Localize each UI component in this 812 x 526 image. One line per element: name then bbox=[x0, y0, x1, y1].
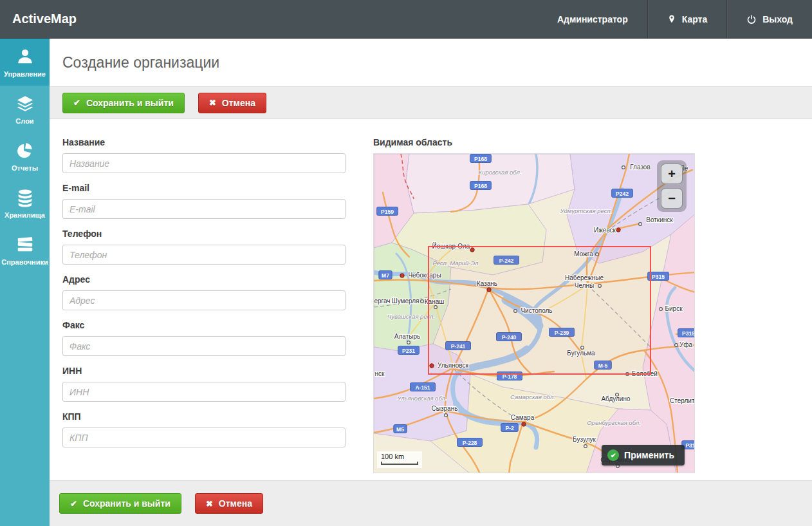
svg-text:Удмуртская респ.: Удмуртская респ. bbox=[560, 207, 613, 214]
check-icon: ✔ bbox=[70, 499, 77, 509]
field-input-phone[interactable] bbox=[62, 245, 346, 265]
svg-text:Р159: Р159 bbox=[381, 209, 394, 215]
svg-text:Р-2: Р-2 bbox=[505, 425, 514, 431]
scale-bar bbox=[381, 462, 418, 465]
svg-text:Ижевск: Ижевск bbox=[594, 227, 616, 234]
power-icon bbox=[746, 14, 757, 24]
header-map-link[interactable]: Карта bbox=[647, 0, 727, 38]
scale-label: 100 km bbox=[381, 453, 418, 461]
svg-text:Самарская обл.: Самарская обл. bbox=[510, 393, 555, 400]
svg-text:Р-228: Р-228 bbox=[463, 440, 477, 446]
apply-button[interactable]: ✔ Применить bbox=[602, 445, 685, 465]
sidebar: УправлениеСлоиОтчетыХранилищаСправочники bbox=[0, 39, 50, 526]
header-user[interactable]: Администратор bbox=[538, 0, 647, 38]
svg-text:Р231: Р231 bbox=[402, 348, 415, 354]
svg-text:Глазов: Глазов bbox=[630, 164, 650, 171]
close-icon: ✖ bbox=[206, 499, 213, 509]
svg-text:Шумерля: Шумерля bbox=[392, 297, 420, 305]
map-image: Р168Р168Р242Р159Р-242М7Р315Р-240Р-239Р31… bbox=[374, 154, 695, 473]
svg-text:Р315: Р315 bbox=[682, 330, 695, 337]
svg-text:М7: М7 bbox=[382, 272, 389, 279]
svg-text:Абдулино: Абдулино bbox=[601, 395, 631, 402]
sidebar-item-books[interactable]: Справочники bbox=[0, 227, 50, 274]
svg-text:Стерлита: Стерлита bbox=[670, 397, 695, 404]
header-logout[interactable]: Выход bbox=[726, 0, 812, 38]
svg-text:Сызрань: Сызрань bbox=[432, 405, 458, 412]
save-button-top[interactable]: ✔ Сохранить и выйти bbox=[62, 93, 185, 113]
zoom-control: + − bbox=[657, 160, 687, 212]
sidebar-item-layers[interactable]: Слои bbox=[0, 86, 50, 133]
main-area: Создание организации ✔ Сохранить и выйти… bbox=[50, 39, 812, 526]
header-map-label: Карта bbox=[682, 14, 708, 24]
form-field-kpp: КПП bbox=[62, 411, 346, 447]
field-label-kpp: КПП bbox=[62, 411, 346, 422]
header-user-label: Администратор bbox=[557, 14, 628, 24]
sidebar-item-label: Хранилища bbox=[5, 211, 45, 219]
svg-text:Кировская обл.: Кировская обл. bbox=[479, 169, 522, 176]
map-pin-icon bbox=[667, 14, 676, 24]
svg-text:нск: нск bbox=[375, 370, 385, 377]
form-field-name: Название bbox=[62, 137, 346, 173]
visible-area-rectangle[interactable] bbox=[429, 247, 651, 374]
field-input-fax[interactable] bbox=[62, 336, 346, 356]
svg-text:Ульяновская обл.: Ульяновская обл. bbox=[396, 395, 447, 402]
svg-text:Р168: Р168 bbox=[474, 156, 487, 162]
field-input-address[interactable] bbox=[62, 290, 346, 310]
svg-text:Р315: Р315 bbox=[652, 274, 665, 280]
field-input-name[interactable] bbox=[62, 153, 346, 173]
cancel-button-label: Отмена bbox=[219, 498, 252, 509]
header-right: Администратор Карта Выход bbox=[538, 0, 812, 38]
field-input-kpp[interactable] bbox=[62, 427, 346, 447]
org-form: НазваниеE-mailТелефонАдресФаксИННКПП bbox=[62, 137, 346, 457]
app-logo: ActiveMap bbox=[0, 12, 77, 26]
form-field-fax: Факс bbox=[62, 320, 346, 356]
layers-icon bbox=[15, 94, 35, 113]
field-label-phone: Телефон bbox=[62, 229, 346, 239]
field-label-inn: ИНН bbox=[62, 366, 346, 376]
svg-text:Уфа: Уфа bbox=[679, 341, 693, 348]
apply-check-icon: ✔ bbox=[607, 449, 619, 461]
save-button-label: Сохранить и выйти bbox=[86, 98, 174, 108]
database-icon bbox=[15, 188, 35, 207]
svg-text:Оренбургская обл.: Оренбургская обл. bbox=[587, 419, 641, 426]
map-canvas[interactable]: Р168Р168Р242Р159Р-242М7Р315Р-240Р-239Р31… bbox=[373, 153, 695, 473]
sidebar-item-pie[interactable]: Отчеты bbox=[0, 133, 50, 180]
field-input-inn[interactable] bbox=[62, 382, 346, 402]
form-field-phone: Телефон bbox=[62, 229, 346, 265]
svg-text:А-151: А-151 bbox=[415, 384, 430, 391]
form-field-address: Адрес bbox=[62, 274, 346, 310]
svg-text:Алатырь: Алатырь bbox=[394, 333, 420, 340]
cancel-button-label: Отмена bbox=[222, 98, 255, 108]
title-bar: Создание организации bbox=[50, 39, 812, 87]
zoom-in-button[interactable]: + bbox=[661, 164, 683, 184]
svg-text:Р168: Р168 bbox=[474, 183, 487, 189]
sidebar-item-database[interactable]: Хранилища bbox=[0, 180, 50, 227]
svg-text:Р31: Р31 bbox=[685, 442, 695, 449]
page-title: Создание организации bbox=[62, 54, 219, 71]
content-panel: НазваниеE-mailТелефонАдресФаксИННКПП Вид… bbox=[50, 120, 812, 480]
user-icon bbox=[15, 47, 35, 66]
cancel-button-top[interactable]: ✖ Отмена bbox=[198, 93, 266, 113]
sidebar-item-user[interactable]: Управление bbox=[0, 39, 50, 86]
svg-text:Самара: Самара bbox=[511, 414, 535, 421]
svg-text:М5: М5 bbox=[396, 426, 404, 433]
save-button-label: Сохранить и выйти bbox=[83, 498, 171, 509]
map-section: Видимая область bbox=[373, 137, 695, 473]
save-button-bottom[interactable]: ✔ Сохранить и выйти bbox=[59, 493, 181, 514]
scale-control: 100 km bbox=[377, 451, 422, 468]
field-input-email[interactable] bbox=[62, 199, 346, 219]
svg-text:Бузулук: Бузулук bbox=[573, 436, 596, 443]
svg-text:Р242: Р242 bbox=[616, 191, 629, 197]
header-logout-label: Выход bbox=[762, 14, 793, 24]
sidebar-item-label: Слои bbox=[15, 117, 33, 125]
cancel-button-bottom[interactable]: ✖ Отмена bbox=[195, 493, 263, 514]
field-label-fax: Факс bbox=[62, 320, 346, 330]
visible-area-label: Видимая область bbox=[373, 137, 695, 147]
bottom-toolbar: ✔ Сохранить и выйти ✖ Отмена bbox=[50, 480, 812, 526]
zoom-out-button[interactable]: − bbox=[661, 188, 683, 209]
field-label-address: Адрес bbox=[62, 274, 346, 285]
sidebar-item-label: Отчеты bbox=[12, 164, 38, 172]
top-toolbar: ✔ Сохранить и выйти ✖ Отмена bbox=[50, 87, 812, 119]
svg-text:Бирск: Бирск bbox=[665, 305, 683, 312]
sidebar-items: УправлениеСлоиОтчетыХранилищаСправочники bbox=[0, 39, 50, 274]
